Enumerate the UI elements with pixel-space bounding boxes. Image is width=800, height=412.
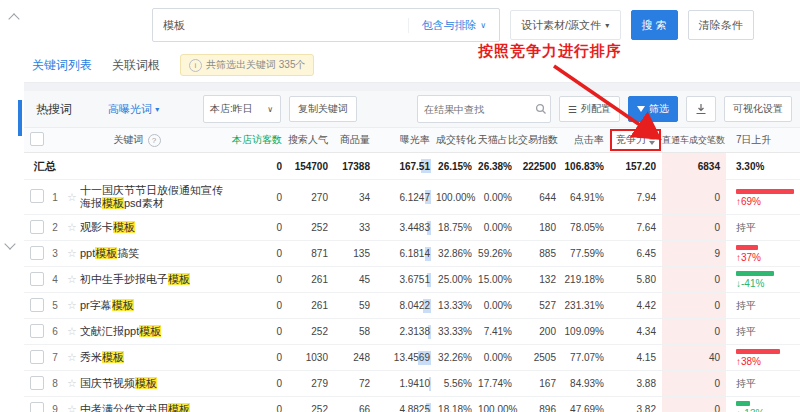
copy-keywords-button[interactable]: 复制关键词 (289, 96, 357, 122)
tab-related-roots[interactable]: 关联词根 (112, 57, 160, 74)
column-header-exposure-rate[interactable]: 曝光率 (376, 133, 436, 147)
star-icon[interactable]: ☆ (64, 191, 80, 204)
column-header-tmall-share[interactable]: 天猫占比 (478, 133, 518, 147)
trade-index-cell: 132 (518, 274, 562, 285)
star-icon[interactable]: ☆ (64, 403, 80, 412)
trend-value: ↑69% (736, 196, 800, 207)
left-rail (0, 0, 24, 412)
clear-conditions-button[interactable]: 清除条件 (688, 10, 754, 40)
column-header-ctr[interactable]: 点击率 (562, 133, 610, 147)
trend-cell: 持平 (726, 293, 800, 318)
exposure-rate-cell: 3.4483 (376, 222, 436, 233)
ctr-cell: 64.91% (562, 192, 610, 203)
search-popularity-cell: 261 (288, 274, 334, 285)
conversion-cell: 25.00% (436, 274, 478, 285)
trend-bar (736, 189, 794, 194)
visitors-cell: 0 (228, 404, 288, 412)
row-checkbox[interactable] (30, 350, 44, 364)
conversion-cell: 18.18% (436, 404, 478, 412)
filter-button[interactable]: 筛选 (628, 96, 678, 122)
column-header-visitors[interactable]: 本店访客数 (228, 133, 288, 147)
table-row: 6☆文献汇报ppt模板0252582.313833.33%7.41%200109… (24, 319, 800, 345)
keyword-cell[interactable]: 国庆节视频模板 (80, 377, 228, 390)
row-checkbox[interactable] (30, 246, 44, 260)
item-count-cell: 33 (334, 222, 376, 233)
column-config-button[interactable]: ☰ 列配置 (559, 96, 620, 122)
trend-value: ↑37% (736, 252, 800, 263)
visitors-cell: 0 (228, 274, 288, 285)
row-checkbox[interactable] (30, 189, 44, 203)
column-header-item-count[interactable]: 商品量 (334, 133, 376, 147)
star-icon[interactable]: ☆ (64, 377, 80, 390)
keyword-cell[interactable]: 秀米模板 (80, 351, 228, 364)
collapse-up-icon[interactable] (8, 13, 19, 24)
select-all-checkbox[interactable] (30, 132, 44, 146)
column-header-trade-index[interactable]: 交易指数 (518, 133, 562, 147)
star-icon[interactable]: ☆ (64, 273, 80, 286)
row-checkbox[interactable] (30, 220, 44, 234)
find-in-results-input[interactable] (418, 104, 532, 115)
trend-cell: 3.30% (726, 153, 800, 179)
sort-icon[interactable] (649, 136, 655, 145)
keyword-cell[interactable]: 初中生手抄报电子模板 (80, 273, 228, 286)
star-icon[interactable]: ☆ (64, 247, 80, 260)
row-checkbox[interactable] (30, 272, 44, 286)
star-icon[interactable]: ☆ (64, 299, 80, 312)
conversion-cell: 100.00% (436, 192, 478, 203)
chevron-down-icon: ∨ (481, 21, 487, 30)
column-header-ppc-orders[interactable]: 直通车成交笔数 (662, 134, 726, 147)
keyword-cell[interactable]: ppt模板搞笑 (80, 247, 228, 260)
row-checkbox-cell (24, 189, 46, 205)
column-header-keyword[interactable]: 关键词 ? (46, 133, 228, 147)
ppc-orders-cell: 40 (662, 345, 726, 370)
column-header-conversion[interactable]: 成交转化 (436, 133, 478, 147)
category-dropdown[interactable]: 设计素材/源文件 ▾ (510, 10, 621, 40)
scope-select[interactable]: 本店:昨日 ∨ (203, 95, 281, 123)
trend-cell: ↑38% (726, 345, 800, 370)
chevron-down-icon: ▾ (155, 105, 159, 114)
table-row: 9☆中考满分作文书用模板0252664.882518.18%100.00%896… (24, 397, 800, 412)
tmall-share-cell: 17.74% (478, 378, 518, 389)
highlight-term: 模板 (168, 273, 190, 285)
row-index: 2 (46, 222, 64, 233)
trade-index-cell: 644 (518, 192, 562, 203)
star-icon[interactable]: ☆ (64, 325, 80, 338)
search-button[interactable]: 搜 索 (631, 10, 678, 40)
table-toolbar: 热搜词 高曝光词 ▾ 本店:昨日 ∨ 复制关键词 (24, 91, 800, 128)
row-checkbox-cell (24, 376, 46, 392)
keyword-search-box: 包含与排除 ∨ (152, 8, 500, 42)
keyword-cell[interactable]: 观影卡模板 (80, 221, 228, 234)
trend-bar (736, 349, 780, 354)
row-checkbox[interactable] (30, 324, 44, 338)
star-icon[interactable]: ☆ (64, 221, 80, 234)
trade-index-cell: 167 (518, 378, 562, 389)
keyword-search-input[interactable] (153, 19, 408, 31)
summary-label: 汇总 (24, 159, 228, 174)
collapse-down-icon[interactable] (4, 238, 15, 249)
include-exclude-dropdown[interactable]: 包含与排除 ∨ (408, 18, 499, 33)
table-body: 汇总015470017388167.5126.15%26.38%22250010… (24, 153, 800, 412)
export-button[interactable] (686, 96, 716, 122)
row-checkbox[interactable] (30, 402, 44, 412)
row-checkbox[interactable] (30, 376, 44, 390)
row-checkbox-cell (24, 350, 46, 366)
row-checkbox[interactable] (30, 298, 44, 312)
keyword-cell[interactable]: 中考满分作文书用模板 (80, 403, 228, 412)
conversion-cell: 33.33% (436, 326, 478, 337)
star-icon[interactable]: ☆ (64, 351, 80, 364)
column-header-search-popularity[interactable]: 搜索人气 (288, 133, 334, 147)
keyword-cell[interactable]: pr字幕模板 (80, 299, 228, 312)
tab-keyword-list[interactable]: 关键词列表 (32, 57, 92, 74)
conversion-cell: 18.75% (436, 222, 478, 233)
column-header-competitiveness[interactable]: 竞争力 (610, 129, 662, 151)
search-icon[interactable] (532, 102, 550, 116)
column-header-7day-trend[interactable]: 7日上升 (726, 133, 800, 147)
word-type-dropdown[interactable]: 高曝光词 ▾ (108, 102, 160, 117)
keyword-cell[interactable]: 十一国庆节节日放假通知宣传海报模板psd素材 (80, 184, 228, 210)
item-count-cell: 34 (334, 192, 376, 203)
ppc-orders-cell: 0 (662, 319, 726, 344)
keyword-cell[interactable]: 文献汇报ppt模板 (80, 325, 228, 338)
tmall-share-cell: 59.26% (478, 248, 518, 259)
highlight-term: 模板 (102, 197, 124, 209)
visualization-settings-button[interactable]: 可视化设置 (724, 96, 792, 122)
